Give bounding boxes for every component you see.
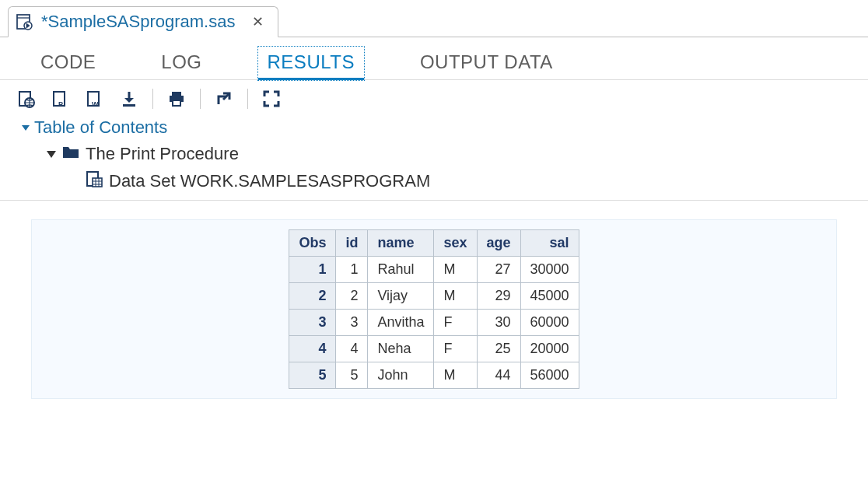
th-age: age bbox=[477, 230, 520, 257]
caret-down-icon bbox=[22, 125, 30, 131]
cell-sal: 20000 bbox=[520, 336, 579, 362]
tab-output-data[interactable]: OUTPUT DATA bbox=[411, 47, 562, 78]
th-obs: Obs bbox=[289, 230, 336, 257]
file-tab-title: *SampleSASprogram.sas bbox=[41, 12, 235, 32]
table-row: 11RahulM2730000 bbox=[289, 257, 579, 283]
svg-rect-13 bbox=[93, 178, 102, 187]
svg-rect-8 bbox=[123, 104, 135, 107]
export-rtf-icon[interactable]: W bbox=[84, 88, 106, 110]
toc-node-root[interactable]: The Print Procedure bbox=[22, 144, 852, 164]
export-html-icon[interactable] bbox=[16, 88, 37, 110]
cell-name: Anvitha bbox=[368, 310, 434, 336]
cell-sal: 56000 bbox=[520, 362, 579, 389]
cell-id: 5 bbox=[336, 362, 368, 389]
cell-obs: 5 bbox=[289, 362, 336, 389]
fullscreen-icon[interactable] bbox=[261, 88, 282, 110]
cell-age: 27 bbox=[477, 257, 520, 283]
th-name: name bbox=[368, 230, 434, 257]
svg-text:P: P bbox=[58, 100, 63, 108]
print-icon[interactable] bbox=[166, 88, 187, 110]
cell-age: 30 bbox=[477, 310, 520, 336]
open-new-window-icon[interactable] bbox=[213, 88, 235, 110]
cell-sex: F bbox=[434, 336, 477, 362]
toc-leaf-label: Data Set WORK.SAMPLESASPROGRAM bbox=[109, 171, 430, 191]
svg-text:W: W bbox=[92, 100, 99, 108]
export-pdf-icon[interactable]: P bbox=[50, 88, 72, 110]
cell-id: 4 bbox=[336, 336, 368, 362]
table-header-row: Obs id name sex age sal bbox=[289, 230, 579, 257]
cell-id: 1 bbox=[336, 257, 368, 283]
toc-title-row[interactable]: Table of Contents bbox=[22, 117, 852, 138]
table-row: 22VijayM2945000 bbox=[289, 283, 579, 310]
cell-id: 2 bbox=[336, 283, 368, 310]
tab-code[interactable]: CODE bbox=[31, 47, 105, 78]
cell-sal: 60000 bbox=[520, 310, 579, 336]
cell-obs: 4 bbox=[289, 336, 336, 362]
table-row: 44NehaF2520000 bbox=[289, 336, 579, 362]
toc-title: Table of Contents bbox=[34, 117, 167, 138]
th-sex: sex bbox=[434, 230, 477, 257]
cell-sal: 45000 bbox=[520, 283, 579, 310]
cell-sex: M bbox=[434, 362, 477, 389]
tab-results[interactable]: RESULTS bbox=[258, 47, 364, 80]
toc-panel: Table of Contents The Print Procedure Da… bbox=[0, 114, 868, 201]
separator bbox=[152, 89, 153, 109]
separator bbox=[247, 89, 248, 109]
cell-sex: F bbox=[434, 310, 477, 336]
toc-node-leaf[interactable]: Data Set WORK.SAMPLESASPROGRAM bbox=[22, 170, 852, 192]
tab-log[interactable]: LOG bbox=[152, 47, 211, 78]
view-tabs: CODE LOG RESULTS OUTPUT DATA bbox=[0, 37, 868, 80]
cell-sex: M bbox=[434, 283, 477, 310]
cell-sal: 30000 bbox=[520, 257, 579, 283]
cell-age: 44 bbox=[477, 362, 520, 389]
cell-name: Vijay bbox=[368, 283, 434, 310]
svg-rect-9 bbox=[172, 92, 181, 96]
filetab-strip: *SampleSASprogram.sas ✕ bbox=[0, 0, 868, 37]
table-row: 55JohnM4456000 bbox=[289, 362, 579, 389]
toc-root-label: The Print Procedure bbox=[86, 144, 239, 164]
results-toolbar: P W bbox=[0, 80, 868, 114]
dataset-icon bbox=[86, 170, 103, 192]
download-icon[interactable] bbox=[118, 88, 140, 110]
data-table: Obs id name sex age sal 11RahulM27300002… bbox=[289, 229, 579, 389]
close-icon[interactable]: ✕ bbox=[252, 13, 264, 30]
file-tab[interactable]: *SampleSASprogram.sas ✕ bbox=[8, 6, 278, 37]
results-output-area: Obs id name sex age sal 11RahulM27300002… bbox=[31, 219, 837, 399]
sas-program-icon bbox=[16, 13, 33, 30]
svg-rect-11 bbox=[173, 100, 180, 106]
th-sal: sal bbox=[520, 230, 579, 257]
cell-name: Rahul bbox=[368, 257, 434, 283]
cell-age: 25 bbox=[477, 336, 520, 362]
th-id: id bbox=[336, 230, 368, 257]
cell-name: John bbox=[368, 362, 434, 389]
cell-sex: M bbox=[434, 257, 477, 283]
cell-obs: 1 bbox=[289, 257, 336, 283]
collapse-icon bbox=[47, 151, 56, 158]
cell-age: 29 bbox=[477, 283, 520, 310]
cell-name: Neha bbox=[368, 336, 434, 362]
cell-obs: 2 bbox=[289, 283, 336, 310]
separator bbox=[200, 89, 201, 109]
cell-id: 3 bbox=[336, 310, 368, 336]
table-row: 33AnvithaF3060000 bbox=[289, 310, 579, 336]
cell-obs: 3 bbox=[289, 310, 336, 336]
folder-icon bbox=[62, 144, 79, 164]
